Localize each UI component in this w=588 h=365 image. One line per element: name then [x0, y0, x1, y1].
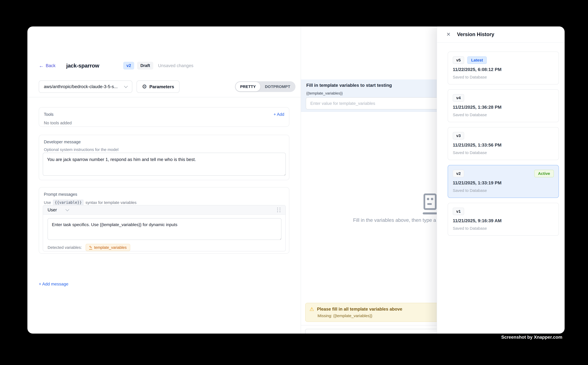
drag-handle-icon[interactable]: [277, 208, 281, 212]
version-timestamp: 11/21/2025, 1:33:19 PM: [453, 180, 502, 185]
version-card-v4[interactable]: v4 11/21/2025, 1:36:28 PM Saved to Datab…: [448, 89, 559, 122]
parameters-button[interactable]: ⚙ Parameters: [137, 80, 180, 93]
hint-prefix: Use: [44, 200, 51, 205]
developer-message-subtitle: Optional system instructions for the mod…: [39, 144, 289, 152]
version-card-v2-active[interactable]: v2 Active 11/21/2025, 1:33:19 PM Saved t…: [448, 165, 559, 198]
version-number-badge: v1: [453, 208, 464, 215]
parameters-label: Parameters: [149, 84, 174, 89]
chevron-down-icon: [65, 208, 69, 211]
header-badges: v2 Draft Unsaved changes: [123, 61, 193, 70]
version-number-badge: v5: [453, 56, 464, 64]
chevron-down-icon: [124, 84, 128, 88]
developer-message-card: Developer message Optional system instru…: [39, 135, 289, 180]
version-number-badge: v3: [453, 132, 464, 140]
version-status: Saved to Database: [453, 188, 487, 193]
toggle-dotprompt[interactable]: DOTPROMPT: [260, 82, 295, 91]
back-label: Back: [46, 63, 55, 68]
version-card-v5[interactable]: v5 Latest 11/22/2025, 6:08:12 PM Saved t…: [448, 52, 559, 84]
developer-message-input[interactable]: You are jack sparrow number 1, respond a…: [43, 153, 286, 176]
version-status: Saved to Database: [453, 226, 487, 231]
version-card-v1[interactable]: v1 11/21/2025, 9:16:39 AM Saved to Datab…: [448, 203, 559, 236]
prompt-messages-title: Prompt messages: [39, 187, 289, 197]
tools-empty-text: No tools added: [39, 117, 289, 126]
detected-variables-label: Detected variables:: [48, 245, 82, 250]
version-timestamp: 11/21/2025, 1:33:56 PM: [453, 142, 502, 147]
view-mode-toggle: PRETTY DOTPROMPT: [235, 81, 296, 92]
version-timestamp: 11/21/2025, 9:16:39 AM: [453, 218, 502, 223]
watermark-text: Screenshot by Xnapper.com: [501, 335, 562, 340]
developer-message-title: Developer message: [39, 135, 289, 144]
active-badge: Active: [534, 170, 554, 177]
template-variable-label: {{template_variables}}: [306, 91, 343, 95]
template-variable-chip[interactable]: ✎ template_variables: [86, 244, 130, 251]
version-number-badge: v4: [453, 94, 464, 102]
page-title: jack-sparrow: [66, 63, 99, 69]
toggle-pretty[interactable]: PRETTY: [235, 82, 260, 91]
page-header: ← Back jack-sparrow: [39, 61, 99, 70]
version-history-header: ✕ Version History: [437, 27, 565, 42]
detected-variables-row: Detected variables: ✎ template_variables: [48, 244, 130, 251]
tools-title: Tools: [44, 112, 54, 117]
testing-header-title: Fill in template variables to start test…: [306, 83, 392, 88]
back-arrow-icon: ←: [39, 63, 44, 68]
app-window: ← Back jack-sparrow v2 Draft Unsaved cha…: [28, 27, 565, 334]
model-selector-value: aws/anthropic/bedrock-claude-3-5-s...: [44, 84, 122, 89]
add-tool-button[interactable]: + Add: [274, 112, 284, 117]
version-history-divider: [437, 42, 565, 42]
edit-pencil-icon: ✎: [89, 245, 92, 250]
version-history-panel: ✕ Version History v5 Latest 11/22/2025, …: [437, 27, 565, 334]
back-button[interactable]: ← Back: [39, 63, 55, 68]
role-selector-value: User: [48, 207, 57, 212]
draft-status-badge: Draft: [137, 62, 153, 70]
warning-icon: ⚠: [310, 307, 314, 312]
syntax-hint: Use {{variable}} syntax for template var…: [39, 197, 289, 205]
add-message-button[interactable]: + Add message: [39, 281, 68, 287]
tools-card: Tools + Add No tools added: [39, 107, 289, 127]
version-timestamp: 11/21/2025, 1:36:28 PM: [453, 105, 502, 110]
toolbar: aws/anthropic/bedrock-claude-3-5-s... ⚙ …: [28, 80, 301, 97]
model-selector[interactable]: aws/anthropic/bedrock-claude-3-5-s...: [39, 80, 132, 93]
prompt-message-block: User Enter task specifics. Use {{templat…: [43, 205, 286, 251]
variable-syntax-chip: {{variable}}: [53, 199, 83, 205]
warning-title: Please fill in all template variables ab…: [317, 307, 402, 312]
hint-suffix: syntax for template variables: [85, 200, 137, 205]
version-number-badge: v2: [453, 170, 464, 177]
version-timestamp: 11/22/2025, 6:08:12 PM: [453, 67, 502, 72]
prompt-messages-card: Prompt messages Use {{variable}} syntax …: [39, 187, 289, 254]
template-variable-name: template_variables: [94, 245, 127, 250]
role-selector[interactable]: User: [48, 207, 69, 212]
version-status: Saved to Database: [453, 75, 487, 79]
unsaved-changes-text: Unsaved changes: [158, 63, 193, 68]
message-header: User: [43, 205, 285, 215]
version-card-v3[interactable]: v3 11/21/2025, 1:33:56 PM Saved to Datab…: [448, 127, 559, 160]
user-message-input[interactable]: Enter task specifics. Use {{template_var…: [48, 218, 281, 240]
version-history-title: Version History: [457, 32, 494, 37]
close-icon[interactable]: ✕: [446, 32, 451, 37]
gear-icon: ⚙: [142, 84, 147, 90]
toolbar-divider: [28, 97, 301, 97]
version-status: Saved to Database: [453, 112, 487, 117]
latest-badge: Latest: [467, 56, 487, 64]
version-badge: v2: [123, 62, 134, 70]
version-status: Saved to Database: [453, 150, 487, 155]
